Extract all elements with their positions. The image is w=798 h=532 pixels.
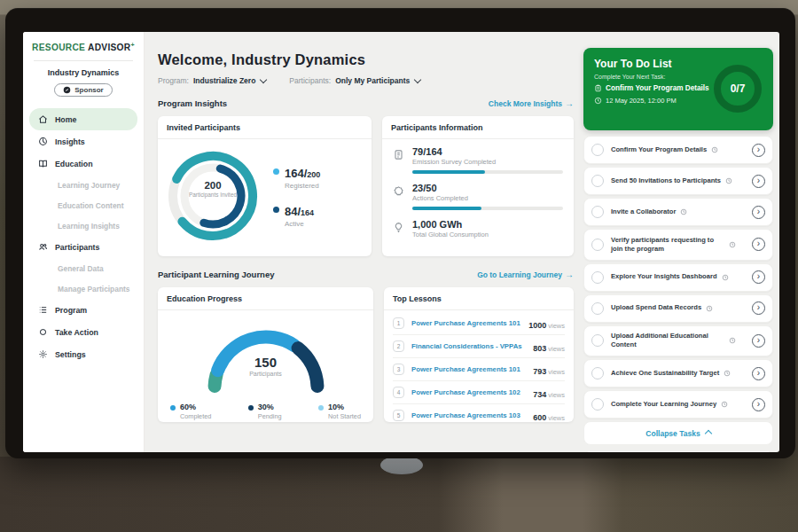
sidebar-item-take-action[interactable]: Take Action xyxy=(29,321,137,343)
go-to-learning-journey-link[interactable]: Go to Learning Journey→ xyxy=(477,270,574,279)
lesson-title-link[interactable]: Power Purchase Agreements 101 xyxy=(411,319,528,327)
sidebar-item-label: General Data xyxy=(38,264,104,273)
sidebar-item-education-content[interactable]: Education Content xyxy=(29,195,137,215)
task-chevron-button[interactable]: › xyxy=(752,270,765,284)
collapse-tasks-button[interactable]: Collapse Tasks xyxy=(583,421,773,445)
bulb-icon xyxy=(393,222,404,233)
task-chevron-button[interactable]: › xyxy=(752,206,765,219)
legend-total: 164 xyxy=(301,208,314,217)
task-chevron-button[interactable]: › xyxy=(752,144,765,157)
sidebar-item-label: Home xyxy=(55,115,76,124)
sponsor-badge: Sponsor xyxy=(54,83,112,97)
sidebar-item-education[interactable]: Education xyxy=(29,153,137,175)
task-checkbox[interactable] xyxy=(591,271,604,284)
link-text: Check More Insights xyxy=(489,99,562,108)
lesson-views-suffix: views xyxy=(546,322,565,330)
sidebar-item-label: Settings xyxy=(55,350,86,359)
participants-information-card: Participants Information 79/164Emission … xyxy=(382,116,574,256)
progress-track xyxy=(412,170,563,174)
sidebar-item-manage-participants[interactable]: Manage Participants xyxy=(29,278,137,299)
legend-value: 164/ xyxy=(285,167,307,180)
lesson-views-count: 803 xyxy=(533,344,546,353)
lesson-views-count: 734 xyxy=(533,390,546,399)
invited-legend: 164/200Registered84/164Active xyxy=(273,165,320,228)
lesson-title-link[interactable]: Financial Considerations - VPPAs xyxy=(411,342,533,350)
lesson-views-count: 1000 xyxy=(528,321,546,330)
program-filter-dropdown[interactable]: Industrialize Zero xyxy=(193,76,266,85)
task-label: Complete Your Learning Journey xyxy=(611,400,716,409)
task-checkbox[interactable] xyxy=(591,206,604,218)
task-label: Verify participants requesting to join t… xyxy=(611,236,724,254)
legend-dot xyxy=(273,207,279,213)
participants-icon xyxy=(38,242,48,252)
lesson-title-link[interactable]: Power Purchase Agreements 101 xyxy=(411,365,533,373)
chevron-up-icon xyxy=(704,430,711,437)
lesson-title-link[interactable]: Power Purchase Agreements 102 xyxy=(411,388,533,396)
task-checkbox[interactable] xyxy=(591,367,604,379)
card-title: Invited Participants xyxy=(158,116,372,139)
sidebar-item-learning-insights[interactable]: Learning Insights xyxy=(29,215,137,236)
participants-filter-dropdown[interactable]: Only My Participants xyxy=(335,76,420,85)
task-chevron-button[interactable]: › xyxy=(752,398,765,411)
task-checkbox[interactable] xyxy=(591,144,604,156)
card-title: Education Progress xyxy=(158,287,373,310)
task-label: Upload Additional Educational Content xyxy=(611,332,724,350)
todo-progress-value: 0/7 xyxy=(731,82,746,95)
task-checkbox[interactable] xyxy=(591,334,604,347)
sidebar-item-label: Insights xyxy=(55,137,85,146)
legend-dot xyxy=(273,168,279,175)
sidebar-item-home[interactable]: Home xyxy=(29,108,137,130)
clock-icon xyxy=(680,208,687,215)
task-chevron-button[interactable]: › xyxy=(752,238,765,251)
lesson-row: 1Power Purchase Agreements 1011000 views xyxy=(393,312,565,335)
sidebar-item-label: Participants xyxy=(55,243,99,252)
legend-value: 84/ xyxy=(285,205,301,218)
task-chevron-button[interactable]: › xyxy=(752,301,765,315)
card-title: Top Lessons xyxy=(384,287,574,310)
info-row: 1,000 GWhTotal Global Consumption xyxy=(393,219,563,239)
legend-label: Not Started xyxy=(328,412,361,420)
progress-track xyxy=(412,207,563,210)
sidebar-item-label: Learning Insights xyxy=(38,222,120,231)
info-value: 79/164 xyxy=(412,146,563,157)
lesson-views-count: 793 xyxy=(533,367,546,376)
lesson-rank: 1 xyxy=(393,317,404,329)
task-checkbox[interactable] xyxy=(591,302,604,315)
lesson-title-link[interactable]: Power Purchase Agreements 103 xyxy=(411,411,533,419)
sidebar-item-program[interactable]: Program xyxy=(29,299,137,321)
task-label: Confirm Your Program Details xyxy=(611,145,707,154)
todo-progress-ring: 0/7 xyxy=(714,65,762,113)
lesson-row: 3Power Purchase Agreements 101793 views xyxy=(393,358,565,381)
task-chevron-button[interactable]: › xyxy=(752,334,765,348)
task-checkbox[interactable] xyxy=(591,239,604,251)
check-more-insights-link[interactable]: Check More Insights→ xyxy=(489,98,574,108)
task-checkbox[interactable] xyxy=(591,175,604,187)
todo-task-row: Send 50 Invitations to Participants› xyxy=(583,167,773,195)
lesson-rank: 3 xyxy=(393,364,404,375)
brand-plus: + xyxy=(131,42,135,48)
legend-pct: 30% xyxy=(258,403,282,411)
task-chevron-button[interactable]: › xyxy=(752,175,765,188)
sidebar-item-label: Education xyxy=(55,160,93,168)
todo-task-row: Verify participants requesting to join t… xyxy=(583,229,773,261)
sidebar-item-participants[interactable]: Participants xyxy=(29,236,137,258)
legend-pct: 60% xyxy=(180,403,211,411)
legend-item: 60%Completed xyxy=(170,403,211,420)
task-chevron-button[interactable]: › xyxy=(752,367,765,380)
legend-item: 164/200Registered xyxy=(273,165,320,190)
sidebar-item-learning-journey[interactable]: Learning Journey xyxy=(29,175,137,195)
pinfo-rows: 79/164Emission Survey Completed23/50Acti… xyxy=(382,139,574,239)
clock-icon xyxy=(706,305,713,312)
sidebar-nav: HomeInsightsEducationLearning JourneyEdu… xyxy=(23,108,144,365)
sidebar-item-settings[interactable]: Settings xyxy=(29,343,137,365)
info-label: Emission Survey Completed xyxy=(412,158,563,166)
info-label: Actions Completed xyxy=(412,194,563,202)
progress-fill xyxy=(412,170,485,174)
task-checkbox[interactable] xyxy=(591,398,604,411)
todo-task-row: Achieve One Sustainability Target› xyxy=(583,359,773,387)
legend-item: 30%Pending xyxy=(248,403,282,420)
sidebar-item-insights[interactable]: Insights xyxy=(29,130,137,153)
clock-icon xyxy=(722,274,729,281)
legend-dot xyxy=(170,405,176,411)
sidebar-item-general-data[interactable]: General Data xyxy=(29,258,137,278)
